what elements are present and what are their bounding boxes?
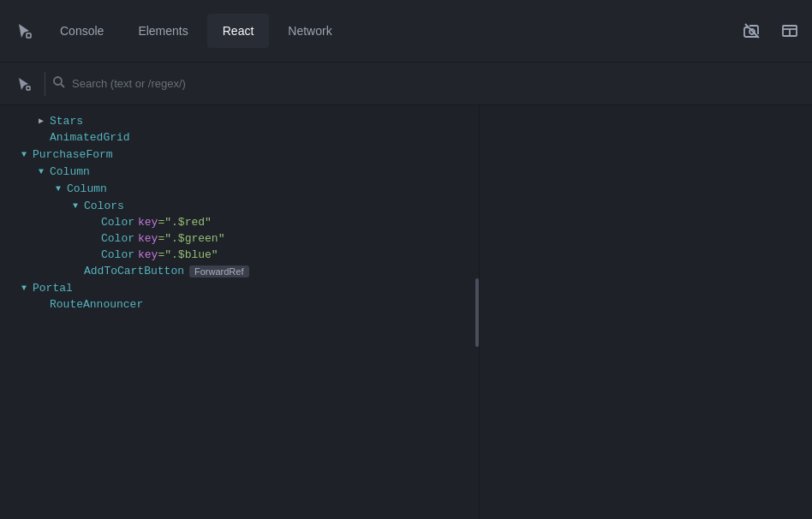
tree-item-stars[interactable]: ▶ Stars bbox=[0, 112, 479, 129]
component-name-animatedgrid: AnimatedGrid bbox=[50, 131, 130, 144]
forwardref-badge: ForwardRef bbox=[189, 265, 248, 277]
collapse-arrow-column1: ▼ bbox=[34, 164, 48, 178]
collapse-arrow-stars: ▶ bbox=[34, 114, 48, 128]
component-name-routeannouncer: RouteAnnouncer bbox=[50, 298, 143, 311]
svg-rect-6 bbox=[27, 86, 30, 90]
prop-key-red: key=".$red" bbox=[138, 216, 212, 229]
tree-item-purchaseform[interactable]: ▼ PurchaseForm bbox=[0, 146, 479, 163]
scrollbar-indicator[interactable] bbox=[475, 278, 479, 347]
tree-item-addtocartbutton[interactable]: AddToCartButton ForwardRef bbox=[0, 263, 479, 279]
tree-item-color-red[interactable]: Color key=".$red" bbox=[0, 214, 479, 230]
tree-item-colors[interactable]: ▼ Colors bbox=[0, 197, 479, 214]
tab-bar-left: Console Elements React Network bbox=[7, 14, 348, 48]
cursor-tool-button[interactable] bbox=[7, 14, 41, 48]
component-name-color-blue: Color bbox=[101, 248, 134, 261]
component-name-colors: Colors bbox=[84, 200, 124, 212]
component-name-color-green: Color bbox=[101, 232, 134, 245]
tab-react[interactable]: React bbox=[207, 14, 270, 48]
collapse-arrow-colors: ▼ bbox=[69, 199, 82, 212]
camera-off-button[interactable] bbox=[737, 15, 767, 46]
collapse-arrow-column2: ▼ bbox=[51, 182, 65, 195]
component-name-column1: Column bbox=[50, 165, 90, 178]
svg-point-7 bbox=[54, 77, 62, 85]
tree-item-portal[interactable]: ▼ Portal bbox=[0, 279, 479, 296]
tree-item-color-blue[interactable]: Color key=".$blue" bbox=[0, 247, 479, 263]
component-name-portal: Portal bbox=[33, 282, 73, 295]
search-bar bbox=[0, 63, 812, 105]
component-name-column2: Column bbox=[67, 182, 107, 195]
component-name-stars: Stars bbox=[50, 115, 83, 128]
prop-key-blue: key=".$blue" bbox=[138, 248, 218, 261]
tab-network[interactable]: Network bbox=[272, 14, 347, 48]
search-input-wrap bbox=[52, 75, 802, 92]
component-name-purchaseform: PurchaseForm bbox=[33, 148, 113, 161]
collapse-arrow-portal: ▼ bbox=[17, 281, 31, 295]
tree-item-routeannouncer[interactable]: RouteAnnouncer bbox=[0, 296, 479, 313]
tab-bar: Console Elements React Network bbox=[0, 0, 812, 63]
window-button[interactable] bbox=[774, 15, 805, 46]
prop-key-green: key=".$green" bbox=[138, 232, 224, 245]
search-icon bbox=[52, 75, 65, 92]
search-input[interactable] bbox=[72, 77, 802, 90]
collapse-arrow-purchaseform: ▼ bbox=[17, 147, 31, 161]
inspect-element-button[interactable] bbox=[10, 70, 38, 98]
tab-elements[interactable]: Elements bbox=[122, 14, 203, 48]
tab-console[interactable]: Console bbox=[45, 14, 119, 48]
component-name-addtocartbutton: AddToCartButton bbox=[84, 265, 184, 277]
search-divider bbox=[45, 72, 45, 96]
component-name-color-red: Color bbox=[101, 216, 134, 229]
tree-item-color-green[interactable]: Color key=".$green" bbox=[0, 230, 479, 247]
main-content: ▶ Stars AnimatedGrid ▼ PurchaseForm ▼ Co… bbox=[0, 105, 812, 519]
tree-item-column2[interactable]: ▼ Column bbox=[0, 180, 479, 197]
right-panel bbox=[480, 105, 812, 519]
svg-line-8 bbox=[61, 84, 64, 87]
tab-bar-right bbox=[737, 15, 805, 46]
tree-panel: ▶ Stars AnimatedGrid ▼ PurchaseForm ▼ Co… bbox=[0, 105, 480, 519]
tree-item-animatedgrid[interactable]: AnimatedGrid bbox=[0, 129, 479, 146]
tree-item-column1[interactable]: ▼ Column bbox=[0, 163, 479, 180]
svg-rect-0 bbox=[27, 33, 31, 38]
